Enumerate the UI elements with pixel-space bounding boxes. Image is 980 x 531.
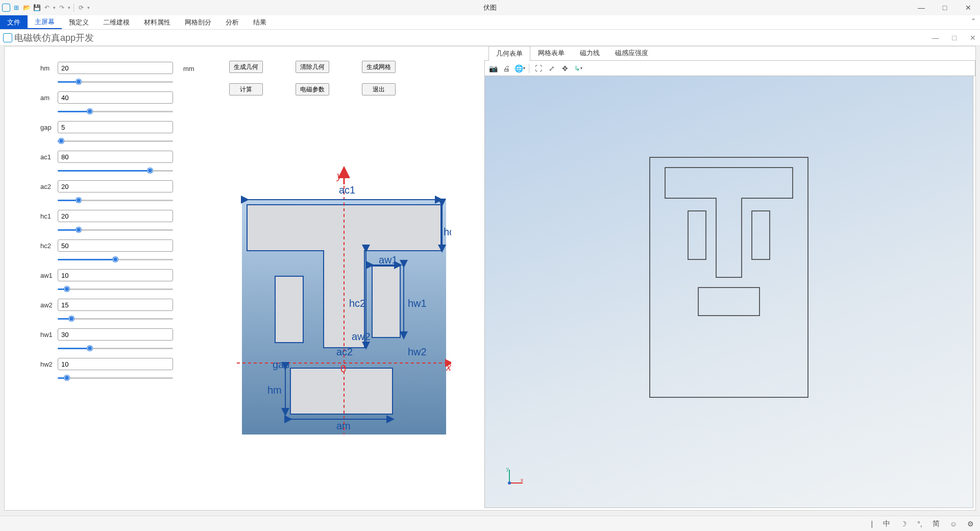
subwindow-minimize[interactable]: — — [932, 34, 939, 42]
clear-geometry-button[interactable]: 清除几何 — [296, 61, 329, 73]
param-slider-hc1[interactable] — [58, 226, 173, 233]
parameter-diagram: y x ac1 hc1 hc2 aw1 hw1 aw2 hw2 ac2 gap … — [237, 164, 451, 450]
param-input-aw1[interactable] — [58, 269, 173, 281]
view-tab-geometry[interactable]: 几何表单 — [488, 46, 530, 61]
param-label-ac1: ac1 — [40, 153, 58, 161]
geometry-render — [647, 155, 811, 400]
param-input-hw1[interactable] — [58, 328, 173, 341]
parameter-list: hmamgapac1ac2hc1hc2aw1aw2hw1hw2 — [40, 62, 173, 388]
svg-text:aw2: aw2 — [352, 331, 371, 342]
param-slider-hm[interactable] — [58, 78, 173, 85]
generate-mesh-button[interactable]: 生成网格 — [362, 61, 396, 73]
param-input-ac2[interactable] — [58, 180, 173, 192]
redo-icon[interactable]: ↷ — [58, 4, 66, 12]
emoji-icon[interactable]: ☺ — [948, 520, 959, 528]
ime-punct[interactable]: °, — [915, 520, 924, 528]
zoom-box-icon[interactable]: ⛶ — [533, 63, 544, 74]
app-title: 伏图 — [483, 3, 497, 12]
quick-access-toolbar: ⊞ 📂 💾 ↶ ▾ ↷ ▾ ⟳ ▾ — [0, 4, 90, 12]
tab-mainscreen[interactable]: 主屏幕 — [28, 15, 62, 29]
night-mode-icon[interactable]: ☽ — [898, 520, 909, 528]
param-slider-am[interactable] — [58, 108, 173, 115]
param-input-gap[interactable] — [58, 121, 173, 133]
view-tab-mesh[interactable]: 网格表单 — [530, 45, 572, 60]
ime-simp[interactable]: 简 — [930, 519, 942, 528]
svg-text:hm: hm — [267, 384, 282, 396]
open-icon[interactable]: 📂 — [22, 4, 31, 12]
new-icon[interactable]: ⊞ — [12, 4, 20, 12]
param-row-hm: hm — [40, 62, 173, 74]
subwindow-maximize[interactable]: □ — [952, 34, 957, 42]
view-tab-fieldlines[interactable]: 磁力线 — [572, 45, 607, 60]
param-slider-ac2[interactable] — [58, 197, 173, 204]
param-slider-hw1[interactable] — [58, 345, 173, 352]
param-slider-hw2[interactable] — [58, 374, 173, 381]
param-input-hc2[interactable] — [58, 239, 173, 252]
view-toolbar: 📷 🖨 🌐▾ ⛶ ⤢ ✥ ↳▾ — [484, 61, 975, 76]
param-slider-hc2[interactable] — [58, 256, 173, 263]
param-row-gap: gap — [40, 121, 173, 133]
ime-lang[interactable]: 中 — [881, 519, 892, 528]
param-input-hw2[interactable] — [58, 358, 173, 370]
print-icon[interactable]: 🖨 — [501, 63, 511, 74]
generate-geometry-button[interactable]: 生成几何 — [229, 61, 263, 73]
em-params-button[interactable]: 电磁参数 — [296, 83, 329, 95]
svg-rect-3 — [290, 368, 393, 414]
param-row-hw2: hw2 — [40, 358, 173, 370]
close-button[interactable]: ✕ — [957, 0, 980, 15]
param-label-hc1: hc1 — [40, 212, 58, 220]
param-input-aw2[interactable] — [58, 299, 173, 311]
tab-analysis[interactable]: 分析 — [218, 15, 246, 29]
tab-predefined[interactable]: 预定义 — [62, 15, 96, 29]
svg-text:hw1: hw1 — [408, 298, 427, 309]
param-label-gap: gap — [40, 124, 58, 131]
param-row-ac2: ac2 — [40, 180, 173, 192]
tab-mesh[interactable]: 网格剖分 — [178, 15, 218, 29]
subwindow-header: 电磁铁仿真app开发 — □ ✕ — [0, 30, 980, 46]
view-tab-fluxdensity[interactable]: 磁感应强度 — [607, 45, 656, 60]
globe-icon[interactable]: 🌐▾ — [514, 63, 525, 74]
tab-file[interactable]: 文件 — [0, 15, 28, 29]
button-grid: 生成几何 清除几何 生成网格 计算 电磁参数 退出 — [229, 61, 428, 95]
save-icon[interactable]: 💾 — [33, 4, 41, 12]
camera-icon[interactable]: 📷 — [488, 63, 498, 74]
param-label-ac2: ac2 — [40, 183, 58, 190]
settings-icon[interactable]: ⚙ — [965, 520, 976, 528]
param-slider-gap[interactable] — [58, 137, 173, 144]
svg-rect-30 — [752, 211, 770, 259]
svg-text:hc2: hc2 — [349, 298, 365, 309]
fit-icon[interactable]: ⤢ — [547, 63, 557, 74]
tab-results[interactable]: 结果 — [246, 15, 274, 29]
refresh-icon[interactable]: ⟳ — [77, 4, 85, 12]
minimize-button[interactable]: — — [910, 0, 933, 15]
geometry-viewport[interactable]: y x — [484, 76, 973, 508]
svg-text:y: y — [506, 467, 509, 472]
axes-icon[interactable]: ↳▾ — [573, 63, 583, 74]
param-label-am: am — [40, 94, 58, 102]
param-input-ac1[interactable] — [58, 151, 173, 163]
param-input-hm[interactable] — [58, 62, 173, 74]
param-row-hc1: hc1 — [40, 210, 173, 222]
ribbon-tabs: 文件 主屏幕 预定义 二维建模 材料属性 网格剖分 分析 结果 ⌃ — [0, 15, 980, 30]
collapse-ribbon-icon[interactable]: ⌃ — [971, 17, 976, 25]
maximize-button[interactable]: □ — [933, 0, 957, 15]
right-panel: 几何表单 网格表单 磁力线 磁感应强度 📷 🖨 🌐▾ ⛶ ⤢ ✥ ↳▾ — [484, 46, 975, 510]
param-label-hc2: hc2 — [40, 242, 58, 250]
tab-2dmodel[interactable]: 二维建模 — [96, 15, 137, 29]
exit-button[interactable]: 退出 — [362, 83, 396, 95]
subwindow-icon — [3, 33, 12, 42]
compute-button[interactable]: 计算 — [229, 83, 263, 95]
svg-text:gap: gap — [273, 359, 289, 370]
tab-material[interactable]: 材料属性 — [137, 15, 178, 29]
param-input-am[interactable] — [58, 91, 173, 104]
param-row-am: am — [40, 91, 173, 104]
param-input-hc1[interactable] — [58, 210, 173, 222]
param-slider-aw1[interactable] — [58, 285, 173, 293]
param-label-hm: hm — [40, 64, 58, 72]
svg-text:am: am — [336, 420, 351, 431]
param-slider-ac1[interactable] — [58, 167, 173, 174]
param-slider-aw2[interactable] — [58, 315, 173, 322]
subwindow-close[interactable]: ✕ — [970, 34, 976, 42]
pan-icon[interactable]: ✥ — [560, 63, 570, 74]
undo-icon[interactable]: ↶ — [43, 4, 51, 12]
